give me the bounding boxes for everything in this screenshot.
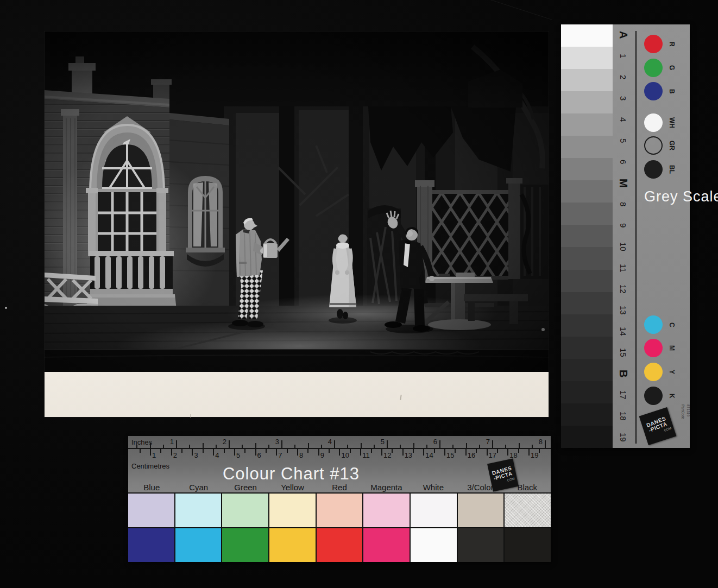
cm-number: 18: [509, 451, 517, 459]
inch-number: 6: [430, 438, 437, 446]
cm-number: 12: [383, 451, 391, 459]
cm-number: 5: [236, 451, 240, 459]
colour-patch-vivid-green: [222, 528, 268, 562]
grey-patch: [561, 359, 613, 381]
cm-tick: [318, 449, 319, 456]
colour-patch-pale-red: [317, 494, 363, 527]
cm-tick: [360, 449, 361, 456]
colour-patch-vivid-cyan: [175, 528, 222, 562]
colour-labels-row: BlueCyanGreenYellowRedMagentaWhite3/Colo…: [128, 483, 551, 492]
vignette-overlay: [45, 31, 549, 372]
grey-patch: [561, 113, 613, 136]
colour-column-label: Cyan: [175, 483, 222, 492]
cm-tick: [497, 449, 498, 453]
dust-speck: [190, 414, 191, 418]
colour-patch-pale-3color: [458, 494, 504, 527]
cm-tick: [528, 449, 530, 456]
r-dot: [644, 35, 663, 53]
inch-tick: [203, 443, 204, 448]
colour-chart: Inches 12345678 Centimetres 123456789101…: [128, 436, 551, 562]
dot-label: GR: [667, 138, 677, 153]
grey-patch: [561, 337, 613, 359]
cm-tick: [507, 449, 508, 456]
grey-patch: [561, 24, 613, 47]
greyscale-title: Grey Scale #13: [644, 188, 718, 313]
cm-tick: [150, 449, 151, 456]
cm-number: 1: [152, 451, 156, 459]
cm-number: 9: [320, 451, 324, 459]
colour-chart-title: Colour Chart #13: [177, 464, 405, 484]
grey-patch: [561, 270, 613, 292]
colour-patch-pale-black: [505, 494, 551, 527]
inch-tick: [413, 443, 414, 448]
cm-tick: [402, 449, 404, 456]
colour-patch-vivid-blue: [128, 528, 174, 562]
colour-column-label: Magenta: [363, 483, 410, 492]
dot-label: R: [667, 37, 677, 51]
cm-number: 14: [425, 451, 433, 459]
grey-patch: [561, 314, 613, 337]
inch-number: 8: [535, 438, 543, 446]
colour-patch-pale-cyan: [175, 494, 222, 527]
colour-patch-pale-blue: [128, 494, 174, 527]
colour-patch-vivid-3color: [458, 528, 504, 562]
dot-label: WH: [667, 116, 677, 130]
cm-number: 2: [173, 451, 177, 459]
centimetres-label: Centimetres: [131, 462, 169, 470]
cm-number: 15: [446, 451, 454, 459]
inch-tick: [308, 443, 309, 448]
inch-tick: [466, 443, 467, 448]
cm-number: 3: [194, 451, 198, 459]
grey-patch: [561, 180, 613, 203]
inch-number: 7: [482, 438, 490, 446]
inch-tick: [334, 440, 335, 448]
cm-tick: [276, 449, 277, 456]
cm-tick: [381, 449, 382, 456]
cm-number: 7: [278, 451, 282, 459]
grey-patch: [561, 426, 613, 448]
part-code: PartCode 8T1316: [680, 404, 691, 442]
inch-number: 4: [324, 438, 332, 446]
inch-tick: [361, 443, 362, 448]
colour-column-label: Yellow: [269, 483, 316, 492]
grey-patch: [561, 381, 613, 403]
cm-tick: [339, 449, 340, 456]
cm-tick: [213, 449, 214, 456]
cm-tick: [487, 449, 488, 456]
cm-tick: [140, 449, 141, 453]
colour-patch-vivid-magenta: [363, 528, 410, 562]
greyscale-card: A123456M89101112131415B171819 RGBWHGRBLC…: [561, 24, 690, 448]
b-dot: [644, 82, 663, 100]
cm-tick: [329, 449, 330, 453]
cm-ruler: Centimetres 1234567891011121314151617181…: [128, 449, 551, 464]
inch-tick: [387, 440, 388, 448]
inch-tick: [255, 443, 256, 448]
cm-tick: [539, 449, 540, 453]
inch-tick: [176, 440, 177, 448]
cm-tick: [297, 449, 298, 456]
scan-background: A123456M89101112131415B171819 RGBWHGRBLC…: [0, 0, 718, 588]
cm-tick: [392, 449, 393, 453]
wh-dot: [644, 113, 663, 132]
cm-tick: [444, 449, 445, 456]
cm-number: 8: [299, 451, 303, 459]
grey-patch: [561, 47, 613, 69]
cm-tick: [255, 449, 256, 456]
colour-patch-pale-yellow: [269, 494, 316, 527]
colour-patch-pale-magenta: [363, 494, 410, 527]
cm-tick: [160, 449, 161, 453]
colour-patch-vivid-yellow: [269, 528, 316, 562]
k-dot: [644, 387, 663, 405]
colour-column-label: White: [410, 483, 457, 492]
cm-tick: [476, 449, 477, 453]
grey-patch: [561, 91, 613, 113]
colour-column-label: Red: [316, 483, 363, 492]
grey-patch: [561, 69, 613, 91]
colour-patch-pale-green: [222, 494, 268, 527]
dot-label: K: [667, 389, 677, 403]
dot-label: BL: [667, 162, 677, 176]
inch-number: 2: [219, 438, 226, 446]
cm-number: 19: [531, 451, 538, 459]
dot-label: Y: [667, 365, 677, 379]
bl-dot: [644, 160, 663, 179]
